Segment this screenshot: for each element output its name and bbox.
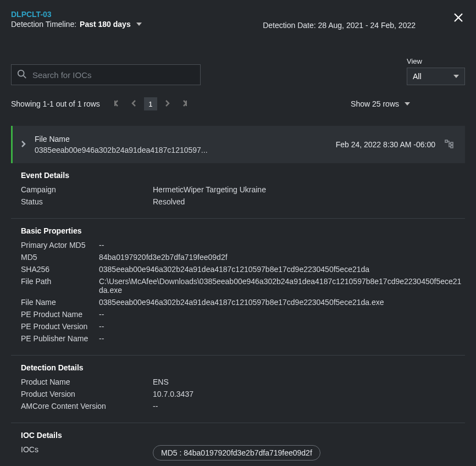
kv-key: Primary Actor MD5 bbox=[21, 241, 99, 249]
event-field-value: 0385eeab00e946a302b24a91dea4187c1210597.… bbox=[35, 146, 328, 154]
expand-toggle[interactable] bbox=[20, 140, 27, 149]
event-timestamp: Feb 24, 2022 8:30 AM -06:00 bbox=[336, 140, 435, 149]
kv-row: Campaign HermeticWiper Targeting Ukraine bbox=[21, 185, 465, 194]
section-title: Basic Properties bbox=[21, 226, 465, 235]
kv-key: Product Name bbox=[21, 378, 153, 386]
kv-key: PE Publisher Name bbox=[21, 334, 99, 343]
kv-val: Resolved bbox=[153, 197, 465, 206]
kv-val: C:\Users\McAfee\Downloads\0385eeab00e946… bbox=[99, 277, 465, 295]
kv-val: HermeticWiper Targeting Ukraine bbox=[153, 185, 465, 194]
kv-row: PE Product Version-- bbox=[21, 322, 465, 331]
chevron-left-icon bbox=[131, 99, 137, 108]
caret-down-icon bbox=[453, 75, 459, 78]
kv-key: File Path bbox=[21, 277, 99, 295]
view-selected-value: All bbox=[413, 72, 422, 81]
svg-rect-8 bbox=[451, 146, 453, 148]
timeline-value: Past 180 days bbox=[80, 20, 131, 29]
kv-row: IOCs MD5 : 84ba0197920fd3e2b7dfa719fee09… bbox=[21, 445, 465, 461]
paging-left: Showing 1-1 out of 1 rows 1 bbox=[11, 97, 190, 110]
svg-line-3 bbox=[24, 75, 26, 78]
page-first-icon bbox=[114, 99, 121, 108]
kv-key: Status bbox=[21, 197, 153, 206]
kv-row: AMCore Content Version-- bbox=[21, 402, 465, 410]
kv-row: PE Product Name-- bbox=[21, 310, 465, 319]
kv-val: -- bbox=[99, 322, 465, 331]
kv-row: PE Publisher Name-- bbox=[21, 334, 465, 343]
process-tree-button[interactable] bbox=[443, 140, 455, 150]
header-left: DLPCLT-03 Detection Timeline: Past 180 d… bbox=[11, 10, 263, 29]
kv-row: Product NameENS bbox=[21, 378, 465, 386]
kv-row: File PathC:\Users\McAfee\Downloads\0385e… bbox=[21, 277, 465, 295]
section-ioc-details: IOC Details IOCs MD5 : 84ba0197920fd3e2b… bbox=[11, 423, 465, 466]
kv-val: -- bbox=[153, 402, 465, 410]
kv-val: 0385eeab00e946a302b24a91dea4187c1210597b… bbox=[99, 265, 465, 274]
kv-val: MD5 : 84ba0197920fd3e2b7dfa719fee09d2f bbox=[153, 445, 465, 461]
view-group: View All bbox=[407, 57, 465, 85]
kv-key: PE Product Version bbox=[21, 322, 99, 331]
section-basic-properties: Basic Properties Primary Actor MD5-- MD5… bbox=[11, 219, 465, 356]
kv-row: SHA2560385eeab00e946a302b24a91dea4187c12… bbox=[21, 265, 465, 274]
chevron-right-icon bbox=[20, 140, 27, 149]
search-row: View All bbox=[11, 57, 465, 85]
kv-val: -- bbox=[99, 334, 465, 343]
svg-point-2 bbox=[18, 70, 24, 76]
page-first-button[interactable] bbox=[111, 97, 124, 110]
detection-date-range: Detection Date: 28 Aug, 2021 - 24 Feb, 2… bbox=[263, 21, 416, 30]
kv-val: 84ba0197920fd3e2b7dfa719fee09d2f bbox=[99, 253, 465, 262]
row-count-label: Showing 1-1 out of 1 rows bbox=[11, 99, 100, 108]
caret-down-icon bbox=[405, 102, 410, 106]
event-summary: File Name 0385eeab00e946a302b24a91dea418… bbox=[35, 135, 328, 154]
search-icon bbox=[17, 69, 27, 81]
ioc-search-input[interactable] bbox=[32, 70, 195, 80]
kv-key: Campaign bbox=[21, 185, 153, 194]
close-button[interactable] bbox=[453, 12, 464, 25]
svg-rect-7 bbox=[451, 142, 453, 145]
section-event-details: Event Details Campaign HermeticWiper Tar… bbox=[11, 163, 465, 219]
rows-per-page-label: Show 25 rows bbox=[351, 99, 399, 108]
kv-key: AMCore Content Version bbox=[21, 402, 153, 410]
page-current: 1 bbox=[144, 97, 157, 110]
kv-key: SHA256 bbox=[21, 265, 99, 274]
device-link[interactable]: DLPCLT-03 bbox=[11, 10, 263, 19]
kv-val: 0385eeab00e946a302b24a91dea4187c1210597b… bbox=[99, 298, 465, 307]
caret-down-icon bbox=[136, 23, 142, 26]
kv-row: Status Resolved bbox=[21, 197, 465, 206]
kv-key: File Name bbox=[21, 298, 99, 307]
panel-header: DLPCLT-03 Detection Timeline: Past 180 d… bbox=[11, 10, 465, 30]
detection-panel: DLPCLT-03 Detection Timeline: Past 180 d… bbox=[0, 0, 476, 466]
kv-val: -- bbox=[99, 241, 465, 249]
page-next-button[interactable] bbox=[160, 97, 174, 110]
page-prev-button[interactable] bbox=[128, 97, 141, 110]
kv-row: File Name0385eeab00e946a302b24a91dea4187… bbox=[21, 298, 465, 307]
chevron-right-icon bbox=[164, 99, 170, 108]
kv-key: Product Version bbox=[21, 390, 153, 398]
kv-val: 10.7.0.3437 bbox=[153, 390, 465, 398]
kv-val: ENS bbox=[153, 378, 465, 386]
ioc-search-box[interactable] bbox=[11, 64, 201, 85]
event-row: File Name 0385eeab00e946a302b24a91dea418… bbox=[11, 126, 465, 163]
event-field-label: File Name bbox=[35, 135, 328, 143]
view-label: View bbox=[407, 57, 465, 65]
view-select[interactable]: All bbox=[407, 68, 465, 85]
timeline-selector[interactable]: Detection Timeline: Past 180 days bbox=[11, 20, 263, 29]
page-last-button[interactable] bbox=[177, 97, 190, 110]
kv-key: MD5 bbox=[21, 253, 99, 262]
page-last-icon bbox=[180, 99, 187, 108]
section-title: Detection Details bbox=[21, 363, 465, 372]
kv-val: -- bbox=[99, 310, 465, 319]
kv-key: IOCs bbox=[21, 445, 153, 461]
rows-per-page-selector[interactable]: Show 25 rows bbox=[351, 99, 410, 108]
kv-row: MD584ba0197920fd3e2b7dfa719fee09d2f bbox=[21, 253, 465, 262]
tree-icon bbox=[445, 140, 453, 150]
ioc-chip[interactable]: MD5 : 84ba0197920fd3e2b7dfa719fee09d2f bbox=[153, 445, 320, 461]
section-title: Event Details bbox=[21, 171, 465, 180]
kv-key: PE Product Name bbox=[21, 310, 99, 319]
svg-rect-6 bbox=[445, 140, 447, 142]
section-title: IOC Details bbox=[21, 431, 465, 440]
paging-row: Showing 1-1 out of 1 rows 1 Show 25 rows bbox=[11, 97, 465, 110]
timeline-label: Detection Timeline: bbox=[11, 20, 76, 29]
close-icon bbox=[453, 16, 464, 25]
kv-row: Primary Actor MD5-- bbox=[21, 241, 465, 249]
section-detection-details: Detection Details Product NameENS Produc… bbox=[11, 356, 465, 423]
kv-row: Product Version10.7.0.3437 bbox=[21, 390, 465, 398]
